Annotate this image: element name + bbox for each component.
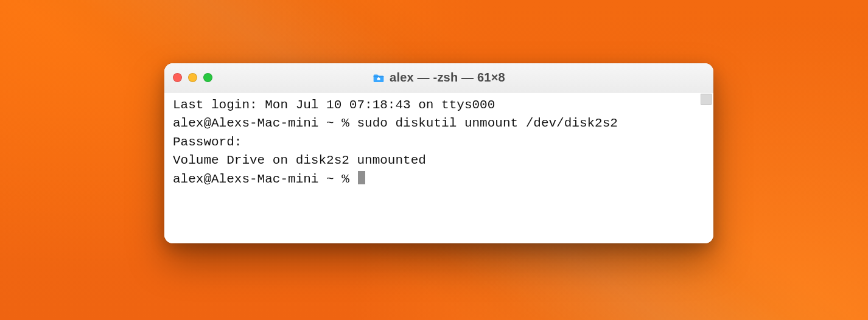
window-titlebar[interactable]: alex — -zsh — 61×8 [164, 63, 713, 92]
terminal-window: alex — -zsh — 61×8 Last login: Mon Jul 1… [164, 63, 713, 243]
prompt-2: alex@Alexs-Mac-mini ~ % [173, 172, 357, 186]
line-command-1: alex@Alexs-Mac-mini ~ % sudo diskutil un… [173, 114, 705, 133]
prompt-1: alex@Alexs-Mac-mini ~ % [173, 116, 357, 130]
home-folder-icon [373, 72, 385, 84]
terminal-content[interactable]: Last login: Mon Jul 10 07:18:43 on ttys0… [164, 92, 713, 243]
line-last-login: Last login: Mon Jul 10 07:18:43 on ttys0… [173, 96, 705, 114]
line-password: Password: [173, 133, 705, 151]
command-1: sudo diskutil unmount /dev/disk2s2 [357, 116, 617, 130]
scroll-indicator[interactable] [701, 94, 712, 105]
line-output-1: Volume Drive on disk2s2 unmounted [173, 151, 705, 170]
window-title: alex — -zsh — 61×8 [390, 71, 505, 85]
window-title-container: alex — -zsh — 61×8 [164, 71, 713, 85]
close-button[interactable] [173, 73, 182, 82]
minimize-button[interactable] [188, 73, 197, 82]
zoom-button[interactable] [203, 73, 212, 82]
traffic-lights [173, 73, 212, 82]
cursor [358, 171, 365, 184]
line-prompt-2: alex@Alexs-Mac-mini ~ % [173, 170, 705, 189]
terminal-content-wrap: Last login: Mon Jul 10 07:18:43 on ttys0… [164, 92, 713, 243]
